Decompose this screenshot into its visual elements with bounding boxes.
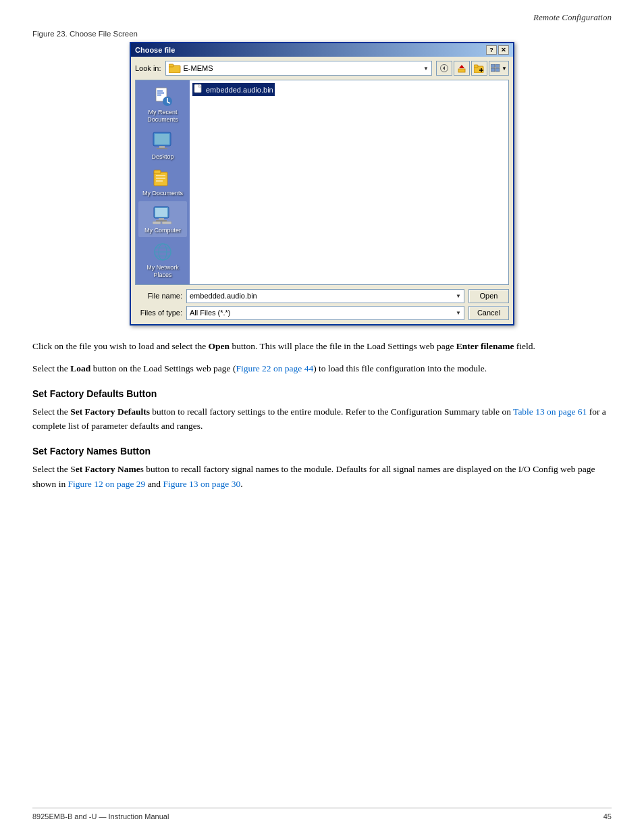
up-button[interactable] <box>454 61 470 76</box>
p1-end: field. <box>514 341 535 351</box>
open-button[interactable]: Open <box>468 289 509 303</box>
my-documents-icon <box>152 167 173 188</box>
svg-rect-22 <box>154 170 161 174</box>
svg-rect-19 <box>159 146 165 148</box>
recent-docs-label: My RecentDocuments <box>147 109 178 124</box>
sidebar-item-desktop[interactable]: Desktop <box>138 128 187 163</box>
p1-text-before: Click on the file you wish to load and s… <box>32 341 209 351</box>
svg-rect-27 <box>155 208 167 217</box>
footer-right: 45 <box>603 812 612 820</box>
svg-rect-29 <box>156 220 167 221</box>
svg-rect-30 <box>153 221 161 224</box>
choose-file-dialog: Choose file ? ✕ Look in: <box>130 42 514 325</box>
look-in-value-container: E-MEMS <box>169 63 213 73</box>
my-network-label: My NetworkPlaces <box>146 264 179 279</box>
svg-rect-28 <box>159 218 164 220</box>
my-computer-icon <box>152 204 173 226</box>
desktop-label: Desktop <box>151 153 173 161</box>
recent-docs-icon <box>152 86 173 107</box>
view-button[interactable]: ▼ <box>489 61 509 76</box>
svg-rect-11 <box>495 68 500 72</box>
p2-after: button on the Load Settings web page ( <box>90 363 236 373</box>
s2-between: and <box>145 479 163 489</box>
paragraph-1: Click on the file you wish to load and s… <box>32 339 612 354</box>
page-footer: 8925EMB-B and -U — Instruction Manual 45 <box>32 808 612 820</box>
section2-heading: Set Factory Names Button <box>32 446 612 457</box>
section1-paragraph: Select the Set Factory Defaults button t… <box>32 405 612 434</box>
network-icon-svg <box>153 242 173 261</box>
titlebar-controls: ? ✕ <box>486 45 509 55</box>
cancel-button[interactable]: Cancel <box>468 306 509 320</box>
section1-heading: Set Factory Defaults Button <box>32 388 612 399</box>
filetype-dropdown-arrow: ▼ <box>456 310 461 316</box>
dropdown-arrow: ▼ <box>423 66 429 72</box>
up-icon <box>457 63 466 73</box>
svg-rect-37 <box>194 84 201 93</box>
file-list[interactable]: embedded.audio.bin <box>190 80 508 284</box>
svg-rect-25 <box>156 180 163 182</box>
p2-link[interactable]: Figure 22 on page 44 <box>236 363 313 373</box>
browser-main: My RecentDocuments <box>135 80 509 285</box>
file-icon-svg <box>194 84 203 93</box>
s1-link[interactable]: Table 13 on page 61 <box>513 407 587 417</box>
create-folder-button[interactable] <box>471 61 487 76</box>
svg-rect-15 <box>157 95 161 96</box>
desktop-icon <box>152 130 173 152</box>
svg-rect-10 <box>491 68 495 72</box>
s1-bold: Set Factory Defaults <box>70 407 150 417</box>
p1-bold-enter-filename: Enter filename <box>456 341 514 351</box>
file-name-input[interactable]: embedded.audio.bin ▼ <box>186 289 464 303</box>
desktop-icon-svg <box>153 132 173 151</box>
dialog-title: Choose file <box>135 46 175 54</box>
p2-end: ) to load this file configuration into t… <box>313 363 487 373</box>
look-in-select[interactable]: E-MEMS ▼ <box>165 61 432 76</box>
help-button[interactable]: ? <box>486 45 497 55</box>
section2-paragraph: Select the Set Factory Names button to r… <box>32 462 612 491</box>
toolbar-buttons: ▼ <box>436 61 509 76</box>
header-text: Remote Configuration <box>533 12 612 22</box>
p1-bold-open: Open <box>209 341 230 351</box>
s2-link2[interactable]: Figure 13 on page 30 <box>163 479 241 489</box>
svg-rect-14 <box>157 93 164 94</box>
files-of-type-label: Files of type: <box>135 309 182 317</box>
close-button[interactable]: ✕ <box>498 45 509 55</box>
svg-rect-5 <box>474 65 478 68</box>
s2-end: . <box>240 479 242 489</box>
my-docs-icon-svg <box>153 168 173 187</box>
look-in-value: E-MEMS <box>184 64 213 72</box>
files-of-type-select[interactable]: All Files (*.*) ▼ <box>186 306 464 320</box>
look-in-row: Look in: E-MEMS ▼ <box>135 61 509 76</box>
recent-icon-svg <box>153 86 173 107</box>
svg-rect-24 <box>156 178 165 179</box>
my-computer-label: My Computer <box>144 227 181 234</box>
svg-rect-23 <box>156 175 165 176</box>
files-of-type-row: Files of type: All Files (*.*) ▼ Cancel <box>135 306 509 320</box>
dialog-body: Look in: E-MEMS ▼ <box>131 57 513 324</box>
file-name: embedded.audio.bin <box>206 86 273 94</box>
s1-after: button to recall factory settings to the… <box>150 407 513 417</box>
folder-icon <box>169 63 181 73</box>
s2-link1[interactable]: Figure 12 on page 29 <box>68 479 146 489</box>
look-in-label: Look in: <box>135 64 161 72</box>
svg-rect-8 <box>491 64 495 68</box>
svg-rect-20 <box>157 148 167 149</box>
back-button[interactable] <box>436 61 452 76</box>
svg-rect-1 <box>169 64 173 67</box>
page-header: Remote Configuration <box>0 0 644 30</box>
sidebar-item-documents[interactable]: My Documents <box>138 164 187 200</box>
dialog-wrapper: Choose file ? ✕ Look in: <box>32 42 612 325</box>
s2-before: Select the S <box>32 464 76 474</box>
back-icon <box>439 64 449 72</box>
sidebar-item-network[interactable]: My NetworkPlaces <box>138 238 187 282</box>
file-icon <box>194 84 203 95</box>
my-computer-icon-svg <box>153 205 173 224</box>
sidebar-item-computer[interactable]: My Computer <box>138 201 187 237</box>
file-name-row: File name: embedded.audio.bin ▼ Open <box>135 289 509 303</box>
file-list-item[interactable]: embedded.audio.bin <box>192 83 275 96</box>
s2-bold: et Factory Name <box>76 464 140 474</box>
svg-rect-13 <box>157 90 163 92</box>
file-name-value: embedded.audio.bin <box>190 292 257 300</box>
my-documents-label: My Documents <box>142 190 183 197</box>
svg-rect-18 <box>155 134 169 145</box>
sidebar-item-recent[interactable]: My RecentDocuments <box>138 83 187 126</box>
